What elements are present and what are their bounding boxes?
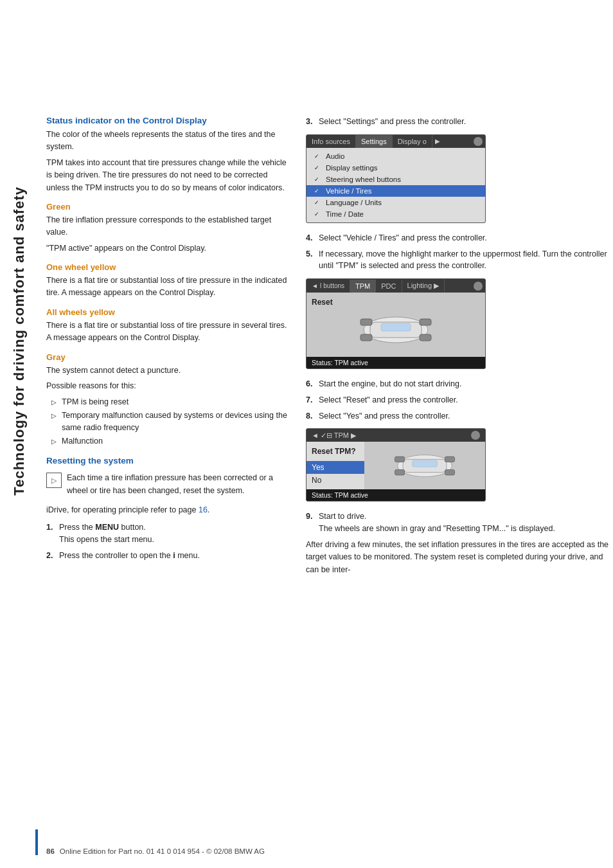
time-icon: ✓ bbox=[312, 210, 322, 218]
svg-rect-6 bbox=[420, 334, 431, 341]
step-2: 2. Press the controller to open the i me… bbox=[46, 550, 290, 562]
menu-time[interactable]: ✓ Time / Date bbox=[306, 208, 485, 220]
page-footer: 86 Online Edition for Part no. 01 41 0 0… bbox=[46, 847, 600, 855]
reset-label[interactable]: Reset bbox=[312, 298, 333, 307]
tab-buttons[interactable]: ◄ I buttons bbox=[306, 280, 350, 292]
green-display: "TPM active" appears on the Control Disp… bbox=[46, 242, 290, 255]
tpm-dot bbox=[471, 431, 480, 440]
resetting-heading: Resetting the system bbox=[46, 456, 290, 466]
bullet-item: Temporary malfunction caused by systems … bbox=[51, 410, 290, 434]
tab-arrow: ▶ bbox=[434, 135, 441, 147]
tpm-header: ◄ ✓⊟ TPM ▶ bbox=[306, 429, 485, 442]
screen-dot-2 bbox=[474, 282, 483, 291]
audio-icon: ✓ bbox=[312, 152, 322, 160]
svg-rect-13 bbox=[445, 469, 454, 475]
status-bar-1: Status: TPM active bbox=[306, 357, 485, 368]
left-column: Status indicator on the Control Display … bbox=[46, 116, 290, 579]
tpm-body: Reset TPM? Yes No bbox=[306, 442, 485, 489]
vehicle-icon: ✓ bbox=[312, 187, 322, 195]
wheel-icon: ✓ bbox=[312, 176, 322, 183]
step-4: 4. Select "Vehicle / Tires" and press th… bbox=[306, 232, 612, 244]
idrive-ref: iDrive, for operating principle refer to… bbox=[46, 504, 290, 516]
all-wheels-heading: All wheels yellow bbox=[46, 307, 290, 317]
screen-dot bbox=[474, 137, 483, 146]
settings-screen: Info sources Settings Display o ▶ ✓ Audi… bbox=[306, 134, 486, 223]
screen-tabs: Info sources Settings Display o ▶ bbox=[306, 135, 485, 148]
right-column: 3. Select "Settings" and press the contr… bbox=[306, 116, 612, 579]
note-text: Each time a tire inflation pressure has … bbox=[67, 472, 290, 497]
tab-tpm[interactable]: TPM bbox=[350, 280, 376, 293]
tpm-car-svg bbox=[389, 448, 460, 484]
tab-settings[interactable]: Settings bbox=[356, 135, 393, 148]
intro-p1: The color of the wheels represents the s… bbox=[46, 129, 290, 154]
no-option[interactable]: No bbox=[306, 474, 364, 487]
car-image-area bbox=[312, 311, 480, 349]
svg-rect-11 bbox=[395, 469, 404, 475]
one-wheel-heading: One wheel yellow bbox=[46, 262, 290, 272]
svg-rect-2 bbox=[381, 323, 411, 331]
gray-bullets: TPM is being reset Temporary malfunction… bbox=[51, 396, 290, 447]
green-heading: Green bbox=[46, 202, 290, 212]
settings-menu: ✓ Audio ✓ Display settings ✓ Steering wh… bbox=[306, 148, 485, 222]
sidebar-text: Technology for driving comfort and safet… bbox=[0, 116, 39, 566]
note-box: Each time a tire inflation pressure has … bbox=[46, 472, 290, 500]
tpm-left-panel: Reset TPM? Yes No bbox=[306, 442, 364, 489]
menu-vehicle-tires[interactable]: ✓ Vehicle / Tires bbox=[306, 185, 485, 197]
svg-rect-3 bbox=[360, 319, 372, 325]
svg-rect-4 bbox=[360, 334, 372, 341]
gray-heading: Gray bbox=[46, 352, 290, 362]
intro-p2: TPM takes into account that tire pressur… bbox=[46, 157, 290, 194]
menu-display-settings[interactable]: ✓ Display settings bbox=[306, 162, 485, 174]
all-wheels-p: There is a flat tire or substantial loss… bbox=[46, 320, 290, 345]
yes-option[interactable]: Yes bbox=[306, 461, 364, 474]
tab-lighting[interactable]: Lighting ▶ bbox=[402, 279, 445, 293]
copyright-text: Online Edition for Part no. 01 41 0 014 … bbox=[60, 847, 265, 855]
tpm-header-left: ◄ ✓⊟ TPM ▶ bbox=[312, 431, 356, 440]
step-9: 9. Start to drive. The wheels are shown … bbox=[306, 511, 612, 535]
tpm-car-area bbox=[364, 442, 485, 489]
page-number: 86 bbox=[46, 847, 55, 855]
green-p: The tire inflation pressure corresponds … bbox=[46, 214, 290, 239]
menu-language[interactable]: ✓ Language / Units bbox=[306, 197, 485, 208]
step-1: 1. Press the MENU button.This opens the … bbox=[46, 521, 290, 546]
tpm-screen-tabs: ◄ I buttons TPM PDC Lighting ▶ bbox=[306, 279, 485, 293]
step-6: 6. Start the engine, but do not start dr… bbox=[306, 378, 612, 390]
step-8: 8. Select "Yes" and press the controller… bbox=[306, 410, 612, 422]
note-icon bbox=[46, 473, 62, 488]
blue-accent-bar bbox=[35, 829, 38, 855]
step-3: 3. Select "Settings" and press the contr… bbox=[306, 116, 612, 128]
language-icon: ✓ bbox=[312, 199, 322, 206]
final-para: After driving a few minutes, the set inf… bbox=[306, 539, 612, 576]
menu-steering-wheel[interactable]: ✓ Steering wheel buttons bbox=[306, 174, 485, 185]
bullet-item: TPM is being reset bbox=[51, 396, 290, 408]
tab-info-sources[interactable]: Info sources bbox=[306, 135, 356, 148]
car-screen-body: Reset bbox=[306, 293, 485, 357]
gray-p1: The system cannot detect a puncture. bbox=[46, 365, 290, 377]
tab-pdc[interactable]: PDC bbox=[376, 280, 402, 293]
menu-audio[interactable]: ✓ Audio bbox=[306, 150, 485, 162]
svg-rect-12 bbox=[445, 457, 454, 462]
car-svg bbox=[354, 311, 438, 349]
page-link[interactable]: 16 bbox=[199, 505, 208, 514]
main-heading: Status indicator on the Control Display bbox=[46, 116, 290, 125]
tab-display[interactable]: Display o bbox=[393, 135, 432, 148]
step-7: 7. Select "Reset" and press the controll… bbox=[306, 394, 612, 406]
svg-rect-10 bbox=[395, 457, 404, 462]
reset-tpm-screen: ◄ ✓⊟ TPM ▶ Reset TPM? Yes No bbox=[306, 428, 486, 502]
bullet-item: Malfunction bbox=[51, 435, 290, 448]
step-5: 5. If necessary, move the highlight mark… bbox=[306, 248, 612, 273]
gray-p2: Possible reasons for this: bbox=[46, 380, 290, 392]
one-wheel-p: There is a flat tire or substantial loss… bbox=[46, 275, 290, 300]
display-icon: ✓ bbox=[312, 164, 322, 172]
status-bar-2: Status: TPM active bbox=[306, 489, 485, 501]
tpm-car-screen: ◄ I buttons TPM PDC Lighting ▶ Reset bbox=[306, 278, 486, 369]
svg-rect-9 bbox=[413, 460, 438, 467]
svg-rect-5 bbox=[420, 319, 431, 325]
reset-tpm-title: Reset TPM? bbox=[306, 444, 364, 458]
